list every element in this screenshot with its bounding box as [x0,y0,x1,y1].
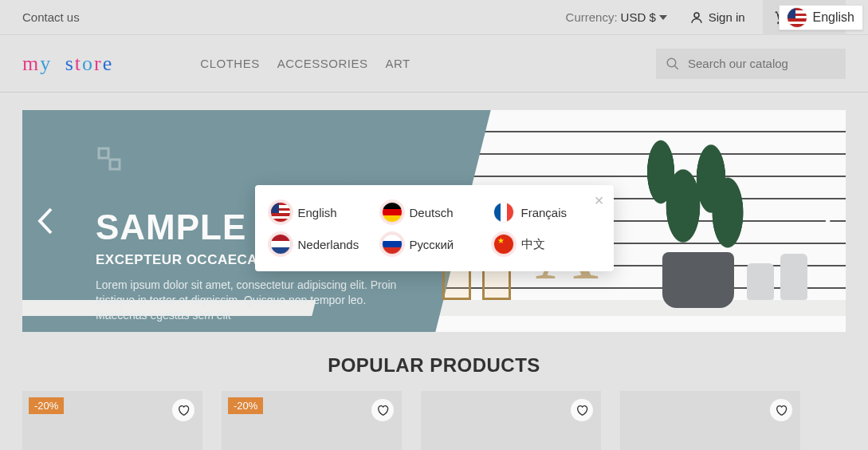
nl-flag-icon [271,235,290,254]
lang-label: English [298,206,337,219]
us-flag-icon [787,8,807,27]
de-flag-icon [383,203,402,222]
language-modal: × English Deutsch Français Nederlands Ру… [255,185,614,271]
fr-flag-icon [494,203,513,222]
ru-flag-icon [383,235,402,254]
close-button[interactable]: × [595,191,604,210]
lang-option-chinese[interactable]: 中文 [494,235,598,254]
lang-option-russian[interactable]: Русский [383,235,486,254]
close-icon: × [595,191,604,209]
lang-label: Русский [410,238,454,251]
cn-flag-icon [494,235,513,254]
lang-option-nederlands[interactable]: Nederlands [271,235,375,254]
lang-option-francais[interactable]: Français [494,203,598,222]
lang-label: Nederlands [298,238,359,251]
lang-label: Français [521,206,568,219]
us-flag-icon [271,203,290,222]
lang-label: Deutsch [410,206,454,219]
lang-label: 中文 [521,237,545,252]
lang-option-english[interactable]: English [271,203,375,222]
language-selector-label: English [813,10,854,25]
language-selector[interactable]: English [779,5,863,30]
lang-option-deutsch[interactable]: Deutsch [383,203,486,222]
modal-overlay[interactable]: × English Deutsch Français Nederlands Ру… [0,0,868,450]
